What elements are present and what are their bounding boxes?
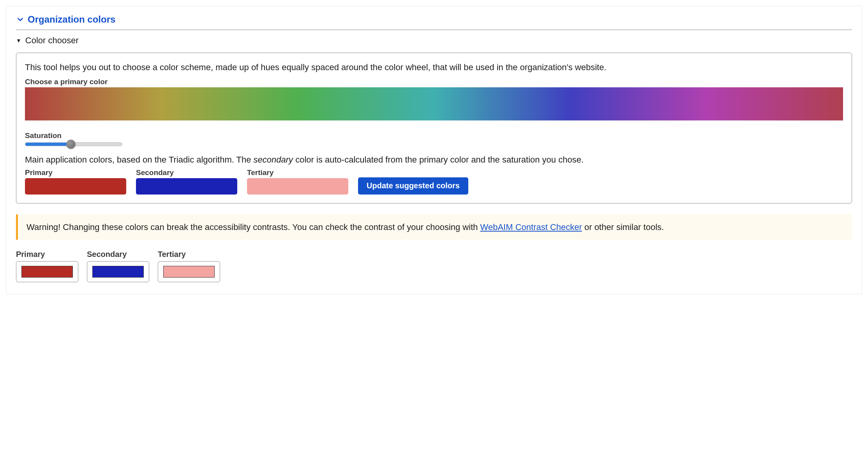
saturation-slider[interactable] bbox=[25, 142, 122, 146]
swatch-label-primary: Primary bbox=[25, 168, 126, 177]
subsection-toggle-color-chooser[interactable]: ▼ Color chooser bbox=[16, 35, 852, 46]
final-label-secondary: Secondary bbox=[87, 250, 149, 259]
final-label-primary: Primary bbox=[16, 250, 78, 259]
algorithm-description: Main application colors, based on the Tr… bbox=[25, 154, 843, 166]
saturation-label: Saturation bbox=[25, 131, 843, 140]
final-label-tertiary: Tertiary bbox=[158, 250, 220, 259]
triangle-down-icon: ▼ bbox=[16, 37, 21, 44]
subsection-title: Color chooser bbox=[25, 35, 79, 46]
algo-text-pre: Main application colors, based on the Tr… bbox=[25, 155, 254, 165]
swatch-label-secondary: Secondary bbox=[136, 168, 237, 177]
organization-colors-panel: Organization colors ▼ Color chooser This… bbox=[6, 6, 862, 294]
warning-text-post: or other similar tools. bbox=[582, 222, 664, 232]
algo-text-post: color is auto-calculated from the primar… bbox=[293, 155, 584, 165]
final-swatch-secondary-inner bbox=[92, 266, 144, 278]
hue-gradient-picker[interactable] bbox=[25, 87, 843, 120]
swatch-label-tertiary: Tertiary bbox=[247, 168, 348, 177]
final-swatch-tertiary-inner bbox=[163, 266, 215, 278]
color-chooser-box: This tool helps you out to choose a colo… bbox=[16, 53, 852, 203]
swatch-secondary bbox=[136, 178, 237, 195]
intro-text: This tool helps you out to choose a colo… bbox=[25, 62, 843, 74]
suggested-swatches-row: Primary Secondary Tertiary Update sugges… bbox=[25, 168, 843, 195]
chevron-down-icon bbox=[16, 15, 25, 24]
section-toggle-organization-colors[interactable]: Organization colors bbox=[16, 14, 852, 30]
swatch-primary bbox=[25, 178, 126, 195]
section-title: Organization colors bbox=[28, 14, 115, 25]
final-swatches-row: Primary Secondary Tertiary bbox=[16, 250, 852, 282]
final-swatch-secondary[interactable] bbox=[87, 261, 149, 282]
webaim-link[interactable]: WebAIM Contrast Checker bbox=[480, 222, 582, 232]
update-suggested-colors-button[interactable]: Update suggested colors bbox=[358, 177, 468, 195]
warning-callout: Warning! Changing these colors can break… bbox=[16, 214, 852, 240]
final-swatch-primary[interactable] bbox=[16, 261, 78, 282]
swatch-tertiary bbox=[247, 178, 348, 195]
primary-color-label: Choose a primary color bbox=[25, 78, 843, 86]
final-swatch-primary-inner bbox=[21, 266, 73, 278]
divider bbox=[16, 30, 852, 30]
final-swatch-tertiary[interactable] bbox=[158, 261, 220, 282]
algo-text-em: secondary bbox=[254, 155, 293, 165]
warning-text-pre: Warning! Changing these colors can break… bbox=[26, 222, 480, 232]
